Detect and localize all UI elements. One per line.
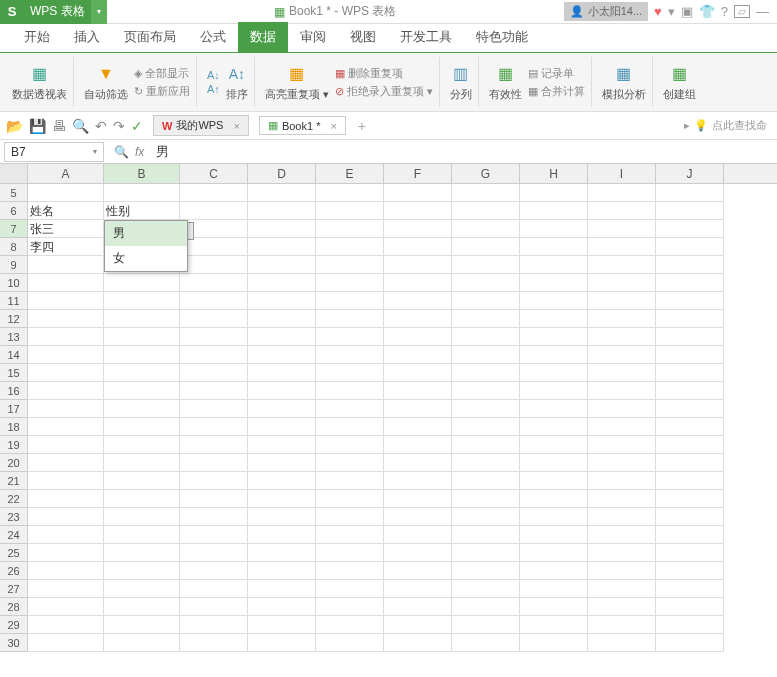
cell-A30[interactable] bbox=[28, 634, 104, 652]
help-icon[interactable]: ? bbox=[721, 4, 728, 19]
cell-I23[interactable] bbox=[588, 508, 656, 526]
cell-J17[interactable] bbox=[656, 400, 724, 418]
menu-审阅[interactable]: 审阅 bbox=[288, 22, 338, 52]
cell-C29[interactable] bbox=[180, 616, 248, 634]
cell-D21[interactable] bbox=[248, 472, 316, 490]
cell-H14[interactable] bbox=[520, 346, 588, 364]
redo-icon[interactable]: ↷ bbox=[113, 118, 125, 134]
cell-I21[interactable] bbox=[588, 472, 656, 490]
cell-E24[interactable] bbox=[316, 526, 384, 544]
cell-D12[interactable] bbox=[248, 310, 316, 328]
cell-D29[interactable] bbox=[248, 616, 316, 634]
cell-E11[interactable] bbox=[316, 292, 384, 310]
row-header-8[interactable]: 8 bbox=[0, 238, 28, 256]
cell-G23[interactable] bbox=[452, 508, 520, 526]
cell-D19[interactable] bbox=[248, 436, 316, 454]
cell-C14[interactable] bbox=[180, 346, 248, 364]
col-header-C[interactable]: C bbox=[180, 164, 248, 183]
cell-E8[interactable] bbox=[316, 238, 384, 256]
tab-book-close[interactable]: × bbox=[330, 120, 336, 132]
cell-I26[interactable] bbox=[588, 562, 656, 580]
consolidate-button[interactable]: ▦合并计算 bbox=[528, 84, 585, 99]
cell-H9[interactable] bbox=[520, 256, 588, 274]
fx-icon[interactable]: fx bbox=[135, 145, 144, 159]
cell-B17[interactable] bbox=[104, 400, 180, 418]
row-header-12[interactable]: 12 bbox=[0, 310, 28, 328]
col-header-B[interactable]: B bbox=[104, 164, 180, 183]
cell-A22[interactable] bbox=[28, 490, 104, 508]
menu-视图[interactable]: 视图 bbox=[338, 22, 388, 52]
cell-A13[interactable] bbox=[28, 328, 104, 346]
cell-E17[interactable] bbox=[316, 400, 384, 418]
menu-插入[interactable]: 插入 bbox=[62, 22, 112, 52]
cell-J11[interactable] bbox=[656, 292, 724, 310]
preview-icon[interactable]: 🔍 bbox=[72, 118, 89, 134]
cell-B28[interactable] bbox=[104, 598, 180, 616]
cell-A18[interactable] bbox=[28, 418, 104, 436]
cell-G17[interactable] bbox=[452, 400, 520, 418]
cell-D28[interactable] bbox=[248, 598, 316, 616]
cell-G28[interactable] bbox=[452, 598, 520, 616]
cell-A11[interactable] bbox=[28, 292, 104, 310]
menu-开始[interactable]: 开始 bbox=[12, 22, 62, 52]
col-header-D[interactable]: D bbox=[248, 164, 316, 183]
check-icon[interactable]: ✓ bbox=[131, 118, 143, 134]
cell-A25[interactable] bbox=[28, 544, 104, 562]
cell-I14[interactable] bbox=[588, 346, 656, 364]
cell-F20[interactable] bbox=[384, 454, 452, 472]
cell-G12[interactable] bbox=[452, 310, 520, 328]
cell-I25[interactable] bbox=[588, 544, 656, 562]
cell-B15[interactable] bbox=[104, 364, 180, 382]
cell-I29[interactable] bbox=[588, 616, 656, 634]
cell-G26[interactable] bbox=[452, 562, 520, 580]
cell-C26[interactable] bbox=[180, 562, 248, 580]
cell-E9[interactable] bbox=[316, 256, 384, 274]
cell-E25[interactable] bbox=[316, 544, 384, 562]
cell-A6[interactable]: 姓名 bbox=[28, 202, 104, 220]
row-header-24[interactable]: 24 bbox=[0, 526, 28, 544]
cell-C22[interactable] bbox=[180, 490, 248, 508]
cell-H11[interactable] bbox=[520, 292, 588, 310]
col-header-F[interactable]: F bbox=[384, 164, 452, 183]
cell-A17[interactable] bbox=[28, 400, 104, 418]
tab-list-icon[interactable]: ▸ bbox=[684, 119, 690, 132]
cell-B22[interactable] bbox=[104, 490, 180, 508]
cell-B16[interactable] bbox=[104, 382, 180, 400]
group-button[interactable]: ▦ 创建组 bbox=[663, 63, 696, 102]
cell-H25[interactable] bbox=[520, 544, 588, 562]
row-header-15[interactable]: 15 bbox=[0, 364, 28, 382]
cell-J12[interactable] bbox=[656, 310, 724, 328]
cell-C20[interactable] bbox=[180, 454, 248, 472]
cell-B14[interactable] bbox=[104, 346, 180, 364]
cell-H23[interactable] bbox=[520, 508, 588, 526]
cell-H15[interactable] bbox=[520, 364, 588, 382]
cell-C12[interactable] bbox=[180, 310, 248, 328]
cell-H18[interactable] bbox=[520, 418, 588, 436]
cell-B19[interactable] bbox=[104, 436, 180, 454]
cell-G11[interactable] bbox=[452, 292, 520, 310]
cell-C27[interactable] bbox=[180, 580, 248, 598]
cell-D27[interactable] bbox=[248, 580, 316, 598]
row-header-21[interactable]: 21 bbox=[0, 472, 28, 490]
cell-F25[interactable] bbox=[384, 544, 452, 562]
cell-D15[interactable] bbox=[248, 364, 316, 382]
cell-I13[interactable] bbox=[588, 328, 656, 346]
cell-G6[interactable] bbox=[452, 202, 520, 220]
cell-H8[interactable] bbox=[520, 238, 588, 256]
cell-A5[interactable] bbox=[28, 184, 104, 202]
cell-G20[interactable] bbox=[452, 454, 520, 472]
cell-A19[interactable] bbox=[28, 436, 104, 454]
dropdown-item-男[interactable]: 男 bbox=[105, 221, 187, 246]
cell-C8[interactable] bbox=[180, 238, 248, 256]
menu-数据[interactable]: 数据 bbox=[238, 22, 288, 52]
cell-F5[interactable] bbox=[384, 184, 452, 202]
cell-A7[interactable]: 张三 bbox=[28, 220, 104, 238]
cell-B27[interactable] bbox=[104, 580, 180, 598]
cell-F7[interactable] bbox=[384, 220, 452, 238]
cell-C18[interactable] bbox=[180, 418, 248, 436]
cell-E30[interactable] bbox=[316, 634, 384, 652]
cell-D25[interactable] bbox=[248, 544, 316, 562]
pivot-table-button[interactable]: ▦ 数据透视表 bbox=[12, 63, 67, 102]
cell-B26[interactable] bbox=[104, 562, 180, 580]
highlight-dup-button[interactable]: ▦ 高亮重复项 ▾ bbox=[265, 63, 329, 102]
